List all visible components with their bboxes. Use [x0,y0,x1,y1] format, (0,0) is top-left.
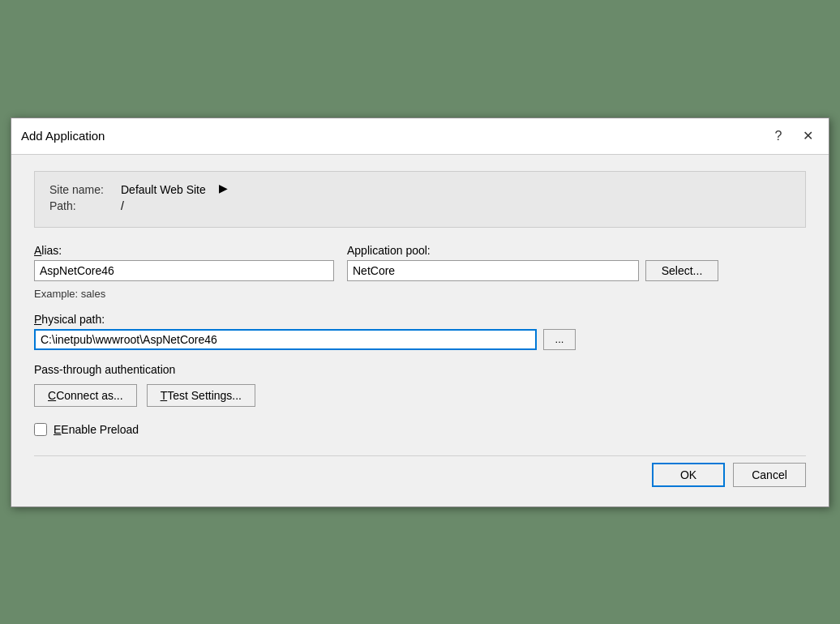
test-settings-label: Test Settings... [167,389,242,402]
pass-through-section: Pass-through authentication CConnect as.… [34,363,806,407]
alias-pool-row: Alias: Application pool: Select... [34,244,806,281]
add-application-dialog: Add Application ? ✕ Site name: Default W… [11,118,829,507]
select-button[interactable]: Select... [645,260,718,281]
dialog-footer: OK Cancel [34,455,806,487]
site-name-row: Site name: Default Web Site ▶ [49,183,791,196]
connect-as-label: Connect as... [56,389,123,402]
path-value: / [121,199,124,212]
example-text: Example: sales [34,288,806,300]
close-button[interactable]: ✕ [796,125,819,147]
pool-group: Application pool: Select... [347,244,718,281]
connect-as-button[interactable]: CConnect as... [34,384,137,407]
test-settings-button[interactable]: TTest Settings... [147,384,255,407]
pass-through-title: Pass-through authentication [34,363,806,376]
physical-path-label: Physical path: [34,313,806,326]
auth-buttons: CConnect as... TTest Settings... [34,384,806,407]
physical-path-section: Physical path: ... [34,313,806,350]
pool-input[interactable] [347,260,639,281]
info-box: Site name: Default Web Site ▶ Path: / [34,171,806,228]
alias-group: Alias: [34,244,334,281]
dialog-title: Add Application [21,129,105,143]
enable-preload-label: EEnable Preload [54,423,139,436]
alias-label-text: lias: [41,244,62,257]
alias-input[interactable] [34,260,334,281]
cursor-icon: ▶ [219,182,228,194]
path-row: Path: / [49,199,791,212]
site-name-label: Site name: [49,183,114,196]
path-label: Path: [49,199,114,212]
browse-button[interactable]: ... [543,329,576,350]
enable-preload-checkbox[interactable] [34,423,47,436]
title-bar-left: Add Application [21,129,105,143]
preload-row: EEnable Preload [34,423,806,436]
pool-label: Application pool: [347,244,718,257]
help-button[interactable]: ? [767,125,790,147]
title-bar: Add Application ? ✕ [11,118,829,155]
ok-button[interactable]: OK [652,463,725,487]
cancel-button[interactable]: Cancel [733,463,806,487]
physical-path-input[interactable] [34,329,537,350]
physical-path-row: ... [34,329,806,350]
title-bar-right: ? ✕ [767,125,819,147]
site-name-value: Default Web Site [121,183,206,196]
dialog-body: Site name: Default Web Site ▶ Path: / Al… [11,155,829,506]
alias-label: Alias: [34,244,334,257]
